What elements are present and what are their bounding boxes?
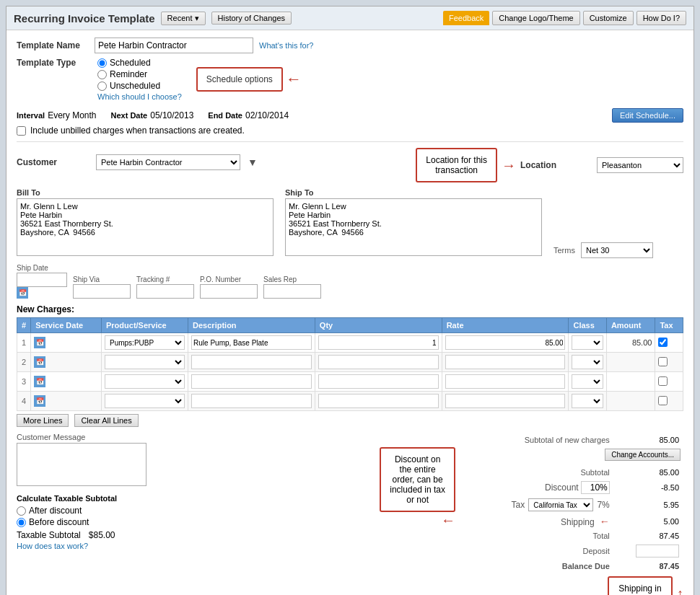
subtotal-label: Subtotal (468, 467, 613, 478)
row4-class-select[interactable] (572, 394, 603, 408)
row3-qty-input[interactable] (318, 374, 439, 389)
row4-qty-input[interactable] (318, 394, 439, 408)
unscheduled-label: Unscheduled (110, 81, 160, 91)
ship-fields-row: Ship Date 📅 Ship Via Tracking # P.O. Num… (17, 264, 683, 299)
bill-to-label: Bill To (17, 188, 274, 197)
discount-callout: Discount on the entire order, can be inc… (380, 447, 455, 512)
charges-table: # Service Date Product/Service Descripti… (17, 317, 683, 411)
history-button[interactable]: History of Changes (211, 12, 292, 25)
row3-class-select[interactable] (572, 374, 603, 389)
interval-row: Interval Every Month Next Date 05/10/201… (17, 108, 683, 123)
customize-button[interactable]: Customize (583, 11, 634, 25)
row3-product-select[interactable] (105, 374, 185, 389)
ship-to-textarea[interactable] (285, 198, 542, 256)
terms-select[interactable]: Net 30 (581, 242, 653, 258)
tax-select[interactable]: California Tax (528, 498, 593, 511)
col-class: Class (569, 318, 606, 333)
customer-select[interactable]: Pete Harbin Contractor (96, 154, 240, 170)
row1-description-input[interactable] (191, 335, 312, 350)
tax-value: 5.95 (614, 497, 682, 513)
change-accounts-button[interactable]: Change Accounts... (605, 449, 681, 461)
how-tax-link[interactable]: How does tax work? (17, 542, 374, 550)
row1-rate-input[interactable] (445, 335, 566, 350)
table-row: 2 📅 (17, 353, 683, 372)
whats-this-link[interactable]: What's this for? (259, 41, 313, 50)
template-name-input[interactable] (95, 38, 253, 53)
row4-description-input[interactable] (191, 394, 312, 408)
clear-all-button[interactable]: Clear All Lines (74, 414, 138, 427)
reminder-radio[interactable] (97, 70, 107, 79)
which-choose-link[interactable]: Which should I choose? (97, 92, 182, 101)
scheduled-radio[interactable] (97, 58, 107, 68)
totals-section: Subtotal of new charges 85.00 Change Acc… (467, 433, 683, 595)
row2-description-input[interactable] (191, 355, 312, 369)
tracking-input[interactable] (136, 284, 194, 299)
top-bar-left: Recurring Invoice Template Recent ▾ Hist… (14, 12, 292, 25)
address-grid: Bill To Ship To Terms Net 30 (17, 188, 683, 258)
before-discount-radio[interactable] (17, 518, 26, 527)
more-lines-button[interactable]: More Lines (17, 414, 69, 427)
row1-class-select[interactable] (572, 335, 603, 350)
col-amount: Amount (606, 318, 655, 333)
table-row: 3 📅 (17, 372, 683, 392)
ship-date-calendar-icon[interactable]: 📅 (17, 287, 28, 299)
end-date-value: 02/10/2014 (245, 110, 289, 120)
edit-schedule-button[interactable]: Edit Schedule... (612, 108, 683, 123)
unbilled-checkbox[interactable] (17, 126, 26, 136)
row1-product-select[interactable]: Pumps:PUBP (105, 335, 185, 350)
ship-via-input[interactable] (73, 284, 131, 299)
row2-product-select[interactable] (105, 355, 185, 369)
after-discount-radio[interactable] (17, 506, 26, 516)
interval-label: Interval (17, 111, 45, 120)
col-rate: Rate (442, 318, 569, 333)
terms-label: Terms (554, 246, 575, 255)
row1-tax-checkbox[interactable] (658, 338, 668, 347)
row4-cal-icon[interactable]: 📅 (34, 395, 45, 407)
row3-tax-checkbox[interactable] (658, 376, 668, 386)
location-select[interactable]: Pleasanton (597, 157, 683, 173)
schedule-callout: Schedule options (196, 67, 283, 92)
po-input[interactable] (200, 284, 258, 299)
row2-tax-checkbox[interactable] (658, 357, 668, 366)
col-qty: Qty (315, 318, 442, 333)
feedback-button[interactable]: Feedback (443, 11, 489, 25)
interval-value: Every Month (48, 110, 96, 120)
row3-description-input[interactable] (191, 374, 312, 389)
row2-rate-input[interactable] (445, 355, 566, 369)
bill-to-textarea[interactable] (17, 198, 274, 256)
total-label: Total (468, 530, 613, 542)
change-logo-button[interactable]: Change Logo/Theme (492, 11, 579, 25)
customer-message-section: Customer Message (17, 433, 374, 488)
deposit-input[interactable] (636, 545, 679, 557)
recent-button[interactable]: Recent ▾ (161, 12, 206, 25)
customer-message-textarea[interactable] (17, 443, 146, 486)
deposit-label: Deposit (468, 543, 613, 559)
reminder-label: Reminder (110, 69, 147, 79)
after-discount-label: After discount (29, 506, 82, 516)
before-discount-label: Before discount (29, 517, 89, 527)
row3-rate-input[interactable] (445, 374, 566, 389)
discount-pct-input[interactable] (581, 481, 610, 494)
tax-calc-label: Calculate Taxable Subtotal (17, 494, 374, 503)
how-do-i-button[interactable]: How Do I? (636, 11, 686, 25)
row4-rate-input[interactable] (445, 394, 566, 408)
ship-date-input[interactable] (17, 273, 67, 287)
unscheduled-radio[interactable] (97, 81, 107, 91)
row4-tax-checkbox[interactable] (658, 396, 668, 405)
totals-table: Subtotal of new charges 85.00 Change Acc… (467, 433, 683, 573)
discount-value: -8.50 (614, 480, 682, 495)
po-number-label: P.O. Number (200, 276, 258, 283)
shipping-callout: Shipping in footer, nice! (608, 576, 673, 595)
row2-cal-icon[interactable]: 📅 (34, 356, 45, 368)
ship-to-section: Ship To (285, 188, 542, 258)
ship-via-label: Ship Via (73, 276, 131, 283)
row4-product-select[interactable] (105, 394, 185, 408)
row1-cal-icon[interactable]: 📅 (34, 337, 45, 348)
row1-qty-input[interactable] (318, 335, 439, 350)
row2-qty-input[interactable] (318, 355, 439, 369)
col-service-date: Service Date (31, 318, 102, 333)
row3-cal-icon[interactable]: 📅 (34, 376, 45, 387)
row2-class-select[interactable] (572, 355, 603, 369)
bill-to-section: Bill To (17, 188, 274, 258)
sales-rep-input[interactable] (263, 284, 321, 299)
